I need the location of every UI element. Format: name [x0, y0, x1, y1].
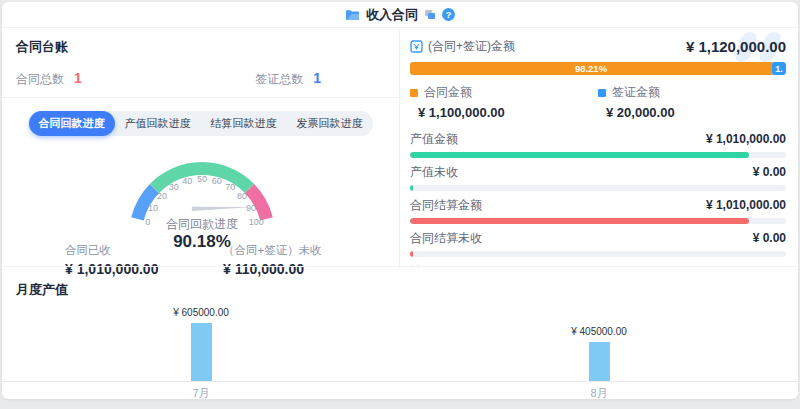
gauge-tick-label: 30 — [169, 182, 179, 192]
row-value: ¥ 0.00 — [753, 165, 786, 179]
dashboard-card: 收入合同 ? 合同台账 合同总数 1 签证总数 1 — [2, 2, 798, 399]
ledger-stats: 合同总数 1 签证总数 1 — [16, 70, 385, 88]
gauge-section: 合同回款进度产值回款进度结算回款进度发票回款进度 010203040506070… — [2, 111, 399, 278]
bar-value-label: ¥ 405000.00 — [571, 326, 627, 337]
visa-count-label: 签证总数 — [255, 71, 303, 88]
visa-amount-label: 签证金额 — [612, 84, 660, 101]
total-amount-value: ¥ 1,120,000.00 — [686, 38, 786, 55]
ledger-section: 合同台账 合同总数 1 签证总数 1 — [2, 28, 399, 98]
row-progress-track — [410, 152, 786, 158]
contract-ledger-panel: 合同台账 合同总数 1 签证总数 1 合同回款进度产值回款进度结算回款进度发票回… — [2, 28, 400, 266]
row-progress-fill — [410, 251, 413, 257]
main-content: 合同台账 合同总数 1 签证总数 1 合同回款进度产值回款进度结算回款进度发票回… — [2, 28, 798, 266]
row-progress-track — [410, 185, 786, 191]
visa-percent-label: 1. — [775, 64, 783, 74]
visa-legend-swatch — [598, 89, 606, 97]
contract-amount-legend-item: 合同金额 ¥ 1,100,000.00 — [410, 84, 598, 120]
tab-1[interactable]: 产值回款进度 — [115, 111, 201, 136]
amount-progress-rows: 产值金额¥ 1,010,000.00产值未收¥ 0.00合同结算金额¥ 1,01… — [410, 131, 786, 266]
row-label: 产值未收 — [410, 164, 458, 181]
gauge-tick-label: 80 — [237, 191, 247, 201]
gauge-needle — [192, 207, 253, 211]
gauge-tick-label: 0 — [145, 217, 150, 227]
row-progress-fill — [410, 218, 749, 224]
amount-icon — [410, 40, 423, 53]
amount-row-1: 产值未收¥ 0.00 — [410, 164, 786, 191]
row-progress-track — [410, 251, 786, 257]
gauge-tick-label: 70 — [225, 182, 235, 192]
contract-amount-segment: 98.21% — [410, 62, 772, 75]
gauge-tick-label: 20 — [157, 191, 167, 201]
total-amount-label: (合同+签证)金额 — [428, 38, 515, 55]
row-value: ¥ 1,010,000.00 — [706, 198, 786, 212]
amount-row-2: 合同结算金额¥ 1,010,000.00 — [410, 197, 786, 224]
contract-count-value: 1 — [74, 70, 82, 86]
gauge-title: 合同回款进度 — [166, 217, 238, 231]
x-axis-label: 7月 — [192, 386, 209, 399]
amount-summary-panel: (合同+签证)金额 ¥ 1,120,000.00 98.21% 1. 合同金额 — [400, 28, 798, 266]
monthly-output-section: 月度产值 ¥ 605000.007月¥ 405000.008月 — [2, 266, 798, 399]
monthly-bar-8月 — [589, 342, 610, 381]
ledger-title: 合同台账 — [16, 38, 385, 56]
row-progress-fill — [410, 152, 749, 158]
amount-row-3: 合同结算未收¥ 0.00 — [410, 230, 786, 257]
row-value: ¥ 1,010,000.00 — [706, 132, 786, 146]
payment-progress-gauge: 0102030405060708090100合同回款进度90.18% — [2, 144, 400, 254]
gauge-tick-label: 60 — [212, 176, 222, 186]
contract-count-label: 合同总数 — [16, 71, 64, 88]
page-title: 收入合同 — [366, 6, 418, 24]
bar-value-label: ¥ 605000.00 — [173, 307, 229, 318]
tab-0[interactable]: 合同回款进度 — [29, 111, 115, 136]
row-value: ¥ 0.00 — [753, 231, 786, 245]
contract-count-stat: 合同总数 1 — [16, 70, 82, 88]
tab-2[interactable]: 结算回款进度 — [201, 111, 287, 136]
contract-legend-swatch — [410, 89, 418, 97]
row-label: 合同结算未收 — [410, 230, 482, 247]
help-icon[interactable]: ? — [442, 8, 455, 21]
contract-amount-value: ¥ 1,100,000.00 — [410, 105, 598, 120]
panel-switch-icon[interactable] — [424, 9, 436, 20]
x-axis-line — [2, 381, 798, 382]
x-axis-label: 8月 — [590, 386, 607, 399]
contract-percent-label: 98.21% — [575, 63, 607, 74]
gauge-tick-label: 10 — [148, 203, 158, 213]
progress-tabs: 合同回款进度产值回款进度结算回款进度发票回款进度 — [2, 111, 399, 136]
row-label: 产值金额 — [410, 131, 458, 148]
visa-amount-segment: 1. — [772, 62, 786, 75]
visa-amount-legend-item: 签证金额 ¥ 20,000.00 — [598, 84, 786, 120]
visa-amount-value: ¥ 20,000.00 — [598, 105, 786, 120]
row-progress-track — [410, 218, 786, 224]
tab-3[interactable]: 发票回款进度 — [287, 111, 373, 136]
folder-icon — [345, 9, 360, 21]
gauge-tick-label: 50 — [197, 174, 207, 184]
visa-count-value: 1 — [313, 70, 321, 86]
row-progress-fill — [410, 185, 413, 191]
gauge-tick-label: 90 — [246, 203, 256, 213]
monthly-bar-chart: ¥ 605000.007月¥ 405000.008月 — [2, 267, 798, 399]
contract-visa-split-bar: 98.21% 1. — [410, 62, 786, 75]
amount-legend: 合同金额 ¥ 1,100,000.00 签证金额 ¥ 20,000.00 — [410, 84, 786, 120]
total-amount-row: (合同+签证)金额 ¥ 1,120,000.00 — [410, 38, 786, 55]
contract-amount-label: 合同金额 — [424, 84, 472, 101]
contract-received-label: 合同已收 — [65, 243, 158, 258]
header: 收入合同 ? — [2, 2, 798, 28]
row-label: 合同结算金额 — [410, 197, 482, 214]
visa-count-stat: 签证总数 1 — [255, 70, 321, 88]
unreceived-label: （合同+签证）未收 — [223, 243, 322, 258]
amount-row-0: 产值金额¥ 1,010,000.00 — [410, 131, 786, 158]
gauge-tick-label: 100 — [249, 217, 264, 227]
gauge-tick-label: 40 — [182, 176, 192, 186]
monthly-bar-7月 — [191, 323, 212, 381]
